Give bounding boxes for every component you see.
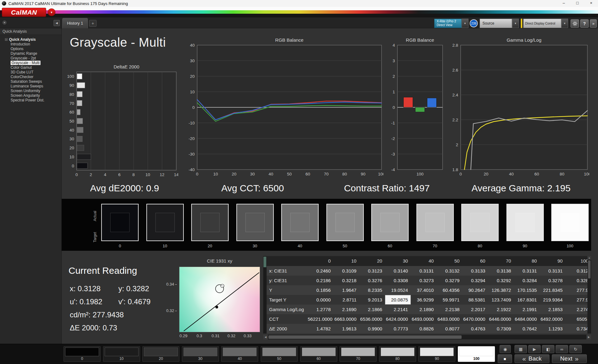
table-cell[interactable]: 0.4763 xyxy=(462,324,488,334)
minimize-button[interactable]: – xyxy=(557,0,571,7)
table-cell[interactable]: 0.3131 xyxy=(514,266,540,276)
table-hscrollbar[interactable]: ◀ ▶ xyxy=(263,335,591,339)
table-cell[interactable]: 0.3273 xyxy=(411,276,437,285)
table-cell[interactable]: 0.1856 xyxy=(308,285,334,295)
table-cell[interactable]: 0.3131 xyxy=(411,266,437,276)
table-cell[interactable]: 0.3123 xyxy=(359,266,385,276)
source-dropdown-icon[interactable]: ▼ xyxy=(512,19,519,28)
sidebar-item[interactable]: ColorChecker xyxy=(0,75,61,79)
scroll-left-icon[interactable]: ◀ xyxy=(263,335,268,339)
table-cell[interactable]: 36.9299 xyxy=(411,295,437,305)
table-cell[interactable]: 219.9364 xyxy=(540,295,566,305)
table-cell[interactable]: 2.1991 xyxy=(514,305,540,314)
table-vscrollbar[interactable]: ▲ xyxy=(587,256,591,334)
table-cell[interactable]: 0.3294 xyxy=(462,276,488,285)
table-cell[interactable]: 56221.0000 xyxy=(308,314,334,324)
table-cell[interactable]: 126.3872 xyxy=(488,285,514,295)
table-cell[interactable]: 6536.0000 xyxy=(359,314,385,324)
preview-button[interactable]: ◉ xyxy=(500,345,511,353)
table-cell[interactable]: 0.3308 xyxy=(385,276,411,285)
sidebar-item[interactable]: Grayscale - Multi xyxy=(0,61,61,65)
add-tab-button[interactable]: + xyxy=(89,20,97,27)
table-cell[interactable]: 90.2647 xyxy=(462,285,488,295)
table-cell[interactable]: 2.2017 xyxy=(462,305,488,314)
table-cell[interactable]: 2.1690 xyxy=(334,305,359,314)
sidebar-root-item[interactable]: Quick Analysis xyxy=(0,37,61,42)
table-cell[interactable]: 170.1535 xyxy=(514,285,540,295)
table-cell[interactable]: 6483.0000 xyxy=(437,314,463,324)
pattern-level-button[interactable]: 20 xyxy=(142,346,179,362)
table-cell[interactable]: 0.2186 xyxy=(308,276,334,285)
table-cell[interactable]: 0.3278 xyxy=(540,276,566,285)
layout-button[interactable]: ▦ xyxy=(515,345,527,353)
table-cell[interactable]: 123.7409 xyxy=(488,295,514,305)
help-button[interactable]: ? xyxy=(580,19,589,28)
table-cell[interactable]: 2.1866 xyxy=(359,305,385,314)
table-cell[interactable]: 0.8077 xyxy=(437,324,463,334)
sidebar-item[interactable]: Color Gamut xyxy=(0,65,61,70)
scroll-up-icon[interactable]: ▲ xyxy=(587,256,591,260)
sidebar-item[interactable]: Luminance Sweeps xyxy=(0,84,61,89)
table-cell[interactable]: 19.0524 xyxy=(385,285,411,295)
table-cell[interactable]: 0.3279 xyxy=(437,276,463,285)
sidebar-item[interactable]: Screen Uniformity xyxy=(0,89,61,93)
pattern-level-button[interactable]: 10 xyxy=(103,346,140,362)
logo-dropdown-button[interactable]: ▼ xyxy=(48,8,55,16)
table-cell[interactable]: 88.5381 xyxy=(462,295,488,305)
table-cell[interactable]: 0.7309 xyxy=(488,324,514,334)
vscroll-thumb[interactable] xyxy=(588,260,591,278)
pattern-level-button[interactable]: 80 xyxy=(379,346,416,362)
table-cell[interactable]: 2.2141 xyxy=(385,305,411,314)
table-left-scrollbar[interactable] xyxy=(263,256,267,334)
back-button[interactable]: « Back xyxy=(515,354,549,363)
sidebar-item[interactable]: 3D Cube LUT xyxy=(0,70,61,75)
sidebar-item[interactable]: Spectral Power Dist. xyxy=(0,98,61,103)
table-cell[interactable]: 6424.0000 xyxy=(385,314,411,324)
sidebar-item[interactable]: Saturation Sweeps xyxy=(0,79,61,84)
split-view-button[interactable]: ◧ xyxy=(542,345,554,353)
tree-expander-icon[interactable] xyxy=(5,38,7,41)
table-cell[interactable]: 0.9900 xyxy=(359,324,385,334)
table-cell[interactable]: 0.3140 xyxy=(385,266,411,276)
table-cell[interactable]: 0.7773 xyxy=(385,324,411,334)
pattern-level-button[interactable]: 30 xyxy=(182,346,219,362)
table-cell[interactable]: 2.2138 xyxy=(437,305,463,314)
display-control-dropdown-icon[interactable]: ▼ xyxy=(561,19,568,28)
meter-dropdown-icon[interactable]: ▼ xyxy=(462,19,468,28)
pattern-level-button[interactable]: 40 xyxy=(221,346,258,362)
table-cell[interactable]: 0.3218 xyxy=(334,276,359,285)
table-cell[interactable]: 0.3109 xyxy=(334,266,359,276)
sidebar-item[interactable]: Screen Angularity xyxy=(0,93,61,98)
table-cell[interactable]: 9.2013 xyxy=(359,295,385,305)
table-cell[interactable]: 6493.0000 xyxy=(411,314,437,324)
table-cell[interactable]: 59.9971 xyxy=(437,295,463,305)
table-cell[interactable]: 20.0875 xyxy=(385,295,411,305)
pattern-level-button[interactable]: 70 xyxy=(339,346,377,362)
sidebar-item[interactable]: Introduction xyxy=(0,42,61,47)
table-cell[interactable]: 2.1853 xyxy=(540,305,566,314)
table-cell[interactable]: 6492.0000 xyxy=(540,314,566,324)
table-cell[interactable]: 1.2778 xyxy=(308,305,334,314)
pattern-level-button[interactable]: 0 xyxy=(64,346,101,362)
pattern-level-button[interactable]: 100 xyxy=(458,346,495,362)
hscroll-thumb[interactable] xyxy=(268,335,462,339)
maximize-button[interactable]: □ xyxy=(571,0,584,7)
table-cell[interactable]: 0.8826 xyxy=(411,324,437,334)
sidebar-item[interactable]: Dynamic Range xyxy=(0,51,61,56)
loop-button[interactable]: ∞ xyxy=(556,345,568,353)
table-cell[interactable]: 2.1922 xyxy=(488,305,514,314)
pattern-level-button[interactable]: 60 xyxy=(300,346,337,362)
table-cell[interactable]: 6446.0000 xyxy=(488,314,514,324)
table-cell[interactable]: 60.4356 xyxy=(437,285,463,295)
close-button[interactable]: × xyxy=(584,0,598,7)
refresh-button[interactable]: ↻ xyxy=(569,345,582,353)
table-cell[interactable]: 8.2335 xyxy=(359,285,385,295)
table-cell[interactable]: 0.2460 xyxy=(308,266,334,276)
settings-button[interactable] xyxy=(571,19,579,28)
table-cell[interactable]: 0.3276 xyxy=(359,276,385,285)
scroll-right-icon[interactable]: ▶ xyxy=(586,335,591,339)
pattern-level-button[interactable]: 50 xyxy=(261,346,298,362)
table-cell[interactable]: 0.3292 xyxy=(488,276,514,285)
workspace-dot-button[interactable] xyxy=(2,21,7,25)
table-cell[interactable]: 0.0000 xyxy=(308,295,334,305)
